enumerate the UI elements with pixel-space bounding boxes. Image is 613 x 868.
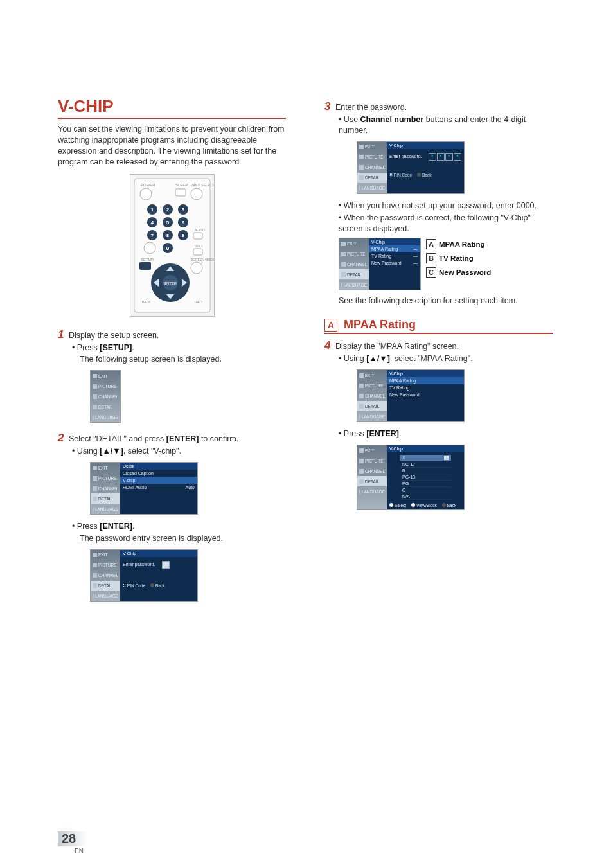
step-number-2: 2 [58, 432, 64, 444]
osd-sidebar-language: LANGUAGE [91, 412, 120, 422]
rating-pg13: PG-13 [400, 474, 451, 481]
vchip-heading: V-CHIP [58, 96, 286, 119]
rating-r: R [400, 468, 451, 474]
callout-B: BTV Rating [426, 252, 491, 266]
svg-text:BACK: BACK [142, 300, 151, 304]
step-1: 1 Display the setup screen. [58, 328, 286, 341]
rating-na: N/A [400, 493, 451, 500]
step-3-default-0000: • When you have not set up your password… [339, 200, 553, 211]
step-number-1: 1 [58, 328, 64, 341]
step-number-4: 4 [324, 339, 330, 351]
svg-point-5 [191, 188, 202, 200]
osd-password-filled: EXIT PICTURE CHANNEL DETAIL LANGUAGE V-C… [357, 141, 465, 194]
svg-text:7: 7 [150, 233, 154, 238]
osd-item-cc: Closed Caption [120, 470, 197, 477]
intro-text: You can set the viewing limitations to p… [58, 124, 286, 168]
rating-g: G [400, 487, 451, 493]
step-3-correct-password: • When the password is correct, the foll… [339, 213, 553, 235]
step-2-password-entry-displayed: The password entry screen is displayed. [80, 533, 286, 544]
callout-A: AMPAA Rating [426, 238, 491, 252]
step-4-press-enter: • Press [ENTER]. [339, 429, 553, 439]
svg-rect-3 [175, 189, 186, 196]
osd-item-vchip: V-chip [120, 477, 197, 484]
svg-text:SCREEN MODE: SCREEN MODE [191, 258, 214, 261]
osd-sidebar-exit: EXIT [91, 371, 120, 381]
svg-text:ENTER: ENTER [163, 281, 177, 285]
step-number-3: 3 [324, 100, 330, 112]
callout-C: CNew Password [426, 266, 491, 280]
svg-text:5: 5 [166, 220, 169, 226]
svg-rect-32 [139, 262, 151, 270]
osd-enter-password-label: Enter password. [123, 562, 155, 567]
step-4: 4 Display the "MPAA Rating" screen. [324, 339, 553, 352]
svg-text:1: 1 [150, 207, 154, 213]
svg-text:0: 0 [166, 245, 169, 251]
password-asterisks: **** [429, 153, 461, 161]
rating-nc17: NC-17 [400, 461, 451, 468]
remote-illustration: POWER SLEEP INPUT SELECT 1 2 3 4 5 6 7 8… [130, 174, 215, 317]
osd-mpaa-ratings: EXIT PICTURE CHANNEL DETAIL LANGUAGE V-C… [357, 445, 465, 510]
svg-text:2: 2 [166, 207, 169, 213]
osd-item-hdmi: HDMI AudioAuto [120, 484, 197, 491]
osd-password-empty: EXIT PICTURE CHANNEL DETAIL LANGUAGE V-C… [90, 549, 198, 602]
osd-vchip-mpaa-select: EXIT PICTURE CHANNEL DETAIL LANGUAGE V-C… [357, 369, 465, 422]
svg-text:9: 9 [181, 233, 184, 238]
step-2: 2 Select "DETAIL" and press [ENTER] to c… [58, 432, 286, 445]
svg-text:INPUT SELECT: INPUT SELECT [191, 183, 214, 187]
rating-x: X [400, 455, 451, 461]
svg-text:3: 3 [181, 207, 184, 213]
osd-tv-rating-item: TV Rating— [369, 252, 420, 260]
svg-point-1 [140, 188, 152, 200]
osd-sidebar-picture: PICTURE [91, 381, 120, 391]
step-1-press-setup: • Press [SETUP]. [72, 342, 286, 353]
step-4-select-mpaa: • Using [▲/▼], select "MPAA Rating". [339, 353, 553, 364]
osd-detail-title: Detail [120, 463, 197, 470]
svg-rect-27 [193, 233, 202, 239]
svg-point-30 [144, 242, 155, 254]
svg-point-34 [191, 262, 202, 274]
osd-vchip-list: EXIT PICTURE CHANNEL DETAIL LANGUAGE V-C… [339, 238, 421, 290]
power-label: POWER [141, 183, 155, 187]
step-2-select-vchip: • Using [▲/▼], select "V-chip". [72, 446, 286, 457]
rating-pg: PG [400, 481, 451, 487]
osd-detail-menu: EXIT PICTURE CHANNEL DETAIL LANGUAGE Det… [90, 462, 198, 515]
step-2-press-enter: • Press [ENTER]. [72, 521, 286, 532]
osd-mpaa-rating-item: MPAA Rating— [369, 245, 420, 252]
osd-sidebar-detail: DETAIL [91, 402, 120, 412]
svg-text:SLEEP: SLEEP [175, 183, 188, 187]
password-slot-empty [162, 561, 170, 569]
osd-new-password-item: New Password— [369, 260, 420, 267]
step-1-screen-displayed: The following setup screen is displayed. [80, 354, 286, 365]
svg-rect-29 [193, 249, 202, 255]
step-3-channel-number: • Use Channel number buttons and enter t… [339, 114, 553, 136]
svg-text:4: 4 [150, 220, 154, 226]
osd-setup-menu: EXIT PICTURE CHANNEL DETAIL LANGUAGE [90, 370, 121, 423]
step-3-see-following: See the following description for settin… [339, 296, 553, 306]
svg-text:SETUP: SETUP [141, 258, 154, 261]
svg-text:INFO: INFO [195, 300, 202, 304]
svg-text:6: 6 [181, 220, 184, 226]
svg-text:AUDIO: AUDIO [195, 228, 205, 232]
osd-sidebar-channel: CHANNEL [91, 391, 120, 402]
mpaa-subheading: A MPAA Rating [324, 318, 553, 334]
osd-vchip-title: V-Chip [120, 550, 197, 557]
svg-text:STILL: STILL [195, 244, 204, 248]
step-3: 3 Enter the password. [324, 100, 553, 113]
svg-text:8: 8 [166, 233, 169, 238]
